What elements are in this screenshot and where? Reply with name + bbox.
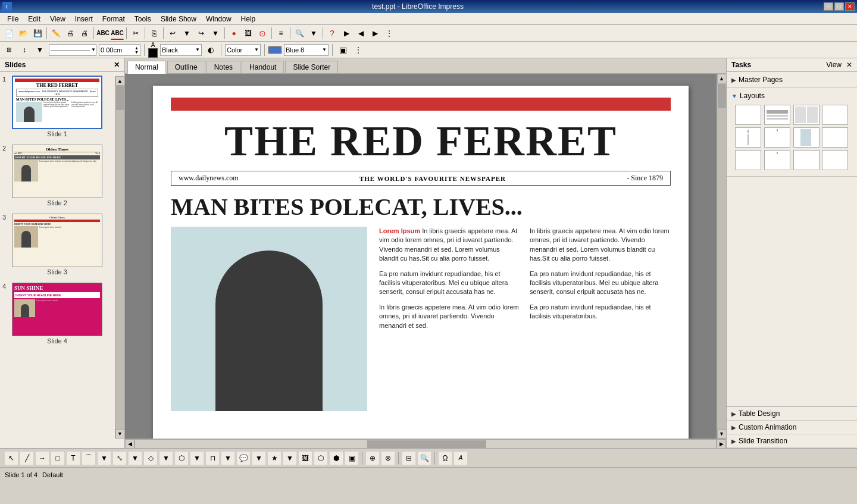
layout-content-only[interactable] (735, 127, 761, 148)
layout-blank[interactable] (735, 105, 761, 125)
maximize-button[interactable]: □ (834, 2, 844, 11)
slides-scroll-down[interactable]: ▼ (115, 429, 125, 439)
basic-shapes-btn[interactable]: ◇ (144, 452, 157, 465)
size-up-btn[interactable]: ▲ (135, 46, 139, 50)
line-style-dropdown[interactable]: —————— ▼ (49, 44, 96, 56)
layouts-header[interactable]: ▼ Layouts (731, 90, 852, 101)
extrusion-btn[interactable]: ⬢ (330, 452, 343, 465)
tab-slide-sorter[interactable]: Slide Sorter (285, 61, 338, 73)
fill-color-dropdown[interactable]: Blue 8 ▼ (284, 44, 329, 56)
slide-transition-item[interactable]: ▶ Slide Transition (727, 434, 857, 448)
zoom-dropdown[interactable]: ▼ (307, 27, 320, 40)
slide-canvas-area[interactable]: THE RED FERRET www.dailynews.com THE WOR… (125, 74, 717, 439)
tab-outline[interactable]: Outline (167, 61, 205, 73)
slide-thumb-4[interactable]: SUN SHINE INSERT YOUR HEADLINE HERE Lore… (12, 283, 102, 336)
arrow-dropdown[interactable]: ▼ (33, 43, 46, 57)
undo-button[interactable]: ↩ (166, 27, 179, 40)
layout-vertical2[interactable] (822, 150, 848, 170)
select-tool[interactable]: ↖ (5, 452, 18, 465)
size-down-btn[interactable]: ▼ (135, 50, 139, 54)
transparency-btn[interactable]: ◐ (204, 43, 217, 57)
help-button[interactable]: ? (326, 27, 339, 40)
connectors-dropdown[interactable]: ▼ (129, 452, 142, 465)
menu-window[interactable]: Window (201, 14, 236, 24)
gallery-button[interactable]: 🖼 (242, 27, 255, 40)
slide-item-3[interactable]: 3 Olden Times INSERT YOUR HEADLINE HERE … (0, 210, 115, 279)
chart-button[interactable]: ● (227, 27, 240, 40)
callouts-btn[interactable]: 💬 (237, 452, 250, 465)
slide-canvas[interactable]: THE RED FERRET www.dailynews.com THE WOR… (153, 86, 689, 439)
image-btn[interactable]: 🖼 (299, 452, 312, 465)
slides-scroll-up[interactable]: ▲ (115, 76, 125, 86)
line-color-btn[interactable]: A (148, 42, 158, 58)
stars-dropdown[interactable]: ▼ (283, 452, 296, 465)
arrange-button[interactable]: ↕ (18, 43, 31, 57)
layout-centered[interactable] (822, 105, 848, 125)
text-tool[interactable]: T (67, 452, 80, 465)
flowchart-btn[interactable]: ⊓ (206, 452, 219, 465)
slide-item-1[interactable]: 1 THE RED FERRET www.dailynews.com THE W… (0, 72, 115, 141)
shadow-btn[interactable]: ▣ (336, 43, 349, 57)
canvas-scroll-thumb[interactable] (718, 84, 726, 108)
find-btn[interactable]: 🔍 (418, 452, 431, 465)
more-format-btn[interactable]: ⋮ (352, 43, 365, 57)
slide-thumb-3[interactable]: Olden Times INSERT YOUR HEADLINE HERE Lo… (12, 214, 102, 267)
fill-color-btn[interactable] (268, 46, 282, 54)
layout-title-content[interactable] (764, 105, 790, 125)
layout-2col[interactable] (793, 105, 820, 125)
prev-button[interactable]: ◀ (354, 27, 367, 40)
copy-button[interactable]: ⎘ (148, 27, 161, 40)
size-input[interactable]: 0.00cm ▲ ▼ (99, 44, 140, 56)
redo-button[interactable]: ↪ (195, 27, 208, 40)
color-label-dropdown[interactable]: Black ▼ (160, 44, 202, 56)
layout-4tile[interactable] (735, 150, 761, 170)
close-button[interactable]: ✕ (845, 2, 855, 11)
layout-title-6content[interactable] (764, 150, 790, 170)
canvas-scroll-up[interactable]: ▲ (717, 74, 727, 83)
connectors-btn[interactable]: ⤡ (113, 452, 126, 465)
curve-tool[interactable]: ⌒ (82, 452, 95, 465)
new-button[interactable]: 📄 (2, 27, 15, 40)
presentation-button[interactable]: ▶ (340, 27, 353, 40)
hscroll-thumb[interactable] (367, 440, 486, 449)
basic-shapes-dropdown[interactable]: ▼ (159, 452, 173, 465)
styles-button[interactable]: ≡ (274, 27, 287, 40)
export-pdf-button[interactable]: 🖨 (64, 27, 77, 40)
layout-text-content[interactable] (764, 127, 790, 148)
fontwork-btn[interactable]: A (454, 452, 467, 465)
color-mode-dropdown[interactable]: Color ▼ (225, 44, 261, 56)
callouts-dropdown[interactable]: ▼ (252, 452, 265, 465)
next-button[interactable]: ▶ (368, 27, 381, 40)
spellcheck2-button[interactable]: ABC (111, 27, 124, 40)
undo-dropdown[interactable]: ▼ (180, 27, 193, 40)
slide-thumb-1[interactable]: THE RED FERRET www.dailynews.com THE WOR… (12, 76, 102, 129)
master-pages-header[interactable]: ▶ Master Pages (731, 74, 852, 85)
tab-normal[interactable]: Normal (127, 61, 166, 74)
minimize-button[interactable]: ─ (824, 2, 833, 11)
zoom-button[interactable]: 🔍 (293, 27, 306, 40)
slide-item-4[interactable]: 4 SUN SHINE INSERT YOUR HEADLINE HERE Lo… (0, 279, 115, 348)
menu-insert[interactable]: Insert (70, 14, 98, 24)
print-button[interactable]: 🖨 (78, 27, 91, 40)
table-design-item[interactable]: ▶ Table Design (727, 407, 857, 421)
glue-pts-btn[interactable]: ⊗ (381, 452, 395, 465)
menu-edit[interactable]: Edit (23, 14, 45, 24)
view-label[interactable]: View (826, 61, 842, 69)
canvas-scroll-down[interactable]: ▼ (717, 429, 727, 439)
line-tool[interactable]: ╱ (20, 452, 33, 465)
open-button[interactable]: 📂 (17, 27, 30, 40)
arrows-dropdown[interactable]: ▼ (190, 452, 204, 465)
cut-button[interactable]: ✂ (129, 27, 142, 40)
edit-button[interactable]: ✏️ (49, 27, 62, 40)
menu-help[interactable]: Help (236, 14, 261, 24)
snap-grid-button[interactable]: ⊞ (2, 43, 15, 57)
navigator-button[interactable]: ⊙ (256, 27, 269, 40)
redo-dropdown[interactable]: ▼ (209, 27, 222, 40)
arrows-btn[interactable]: ⬡ (175, 452, 188, 465)
save-button[interactable]: 💾 (31, 27, 44, 40)
shadow-form-btn[interactable]: ▣ (345, 452, 358, 465)
slide-item-2[interactable]: 2 Olden Times est. 1822Vol. 4 INSERT YOU… (0, 141, 115, 210)
snap-pts-btn[interactable]: ⊕ (366, 452, 379, 465)
layout-centered-text[interactable] (822, 127, 848, 148)
menu-format[interactable]: Format (98, 14, 130, 24)
